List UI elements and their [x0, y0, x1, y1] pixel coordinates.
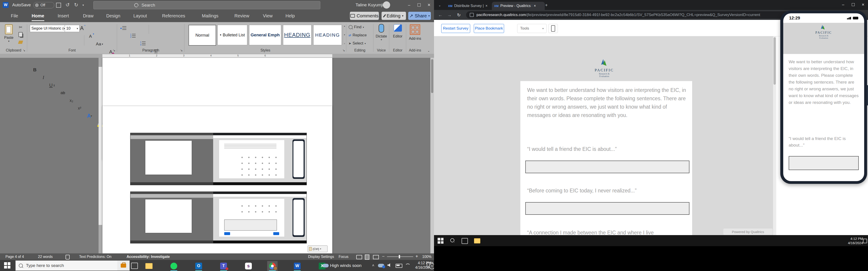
redo-icon[interactable]: ↻ [73, 2, 80, 8]
address-bar[interactable]: pacificresearch.qualtrics.com/jfe/previe… [466, 11, 823, 19]
place-bookmark-button[interactable]: Place Bookmark [474, 24, 504, 33]
tab-references[interactable]: References [162, 13, 185, 19]
accessibility-status[interactable]: Accessibility: Investigate [127, 255, 170, 259]
display-settings[interactable]: Display Settings [308, 255, 334, 259]
numbering-icon[interactable]: 12 [129, 32, 137, 40]
avatar[interactable] [383, 1, 390, 8]
quick-access-chevron-icon[interactable]: ▾ [81, 2, 86, 8]
undo-icon[interactable]: ↺ [64, 2, 71, 8]
restart-survey-button[interactable]: Restart Survey [441, 24, 470, 33]
tab-design[interactable]: Design [106, 13, 120, 19]
tab-1-close-icon[interactable]: × [486, 4, 488, 8]
tray-chevron-up-icon[interactable]: ˄ [370, 263, 376, 269]
change-case-icon[interactable]: Aa▾ [95, 40, 103, 48]
wifi-icon[interactable] [405, 264, 410, 267]
minimize-button[interactable]: – [404, 0, 414, 10]
clipboard-dialog-launcher[interactable]: ↘ [23, 48, 25, 52]
tab-home[interactable]: Home [32, 13, 44, 21]
embedded-screenshot-1[interactable] [130, 133, 307, 185]
restore-button[interactable] [414, 0, 424, 10]
zoom-out-button[interactable]: − [382, 254, 385, 259]
find-button[interactable]: Find▾ [348, 25, 364, 29]
font-dialog-launcher[interactable]: ↘ [113, 48, 115, 52]
style-heading-2[interactable]: HEADING [313, 25, 342, 45]
collapse-ribbon-chevron-icon[interactable]: ⌄ [428, 49, 430, 53]
preview-scrollbar[interactable] [773, 36, 776, 235]
taskbar-right-file-explorer[interactable] [472, 236, 483, 246]
web-layout-icon[interactable] [373, 255, 379, 259]
proofing-icon[interactable] [66, 255, 70, 260]
replace-button[interactable]: ⇄Replace [348, 33, 367, 37]
dictate-button[interactable]: Dictate ▾ [373, 24, 389, 41]
paragraph-dialog-launcher[interactable]: ↘ [180, 48, 183, 52]
style-bulleted-list[interactable]: •Bulleted List [217, 25, 247, 45]
autosave-toggle[interactable]: Off [33, 2, 54, 8]
styles-gallery-scroll[interactable]: ▴▾▿ [343, 25, 346, 45]
cut-icon[interactable]: ✂ [17, 24, 24, 30]
zoom-level[interactable]: 100% [422, 255, 432, 259]
task-view-icon-right[interactable] [462, 238, 468, 244]
tools-dropdown[interactable]: Tools▾ [517, 24, 547, 33]
new-tab-button[interactable]: + [544, 2, 549, 8]
search-icon-right[interactable] [450, 238, 454, 242]
taskbar-chrome-active[interactable] [267, 261, 278, 271]
tab-draw[interactable]: Draw [83, 13, 94, 19]
chrome-maximize-button[interactable] [848, 0, 858, 9]
document-canvas[interactable]: (Ctrl) ▾ [0, 58, 434, 253]
tab-insert[interactable]: Insert [58, 13, 69, 19]
survey-input-2[interactable] [525, 202, 689, 215]
clock-right[interactable]: 4:12 PM4/16/2024 [843, 236, 863, 245]
style-normal[interactable]: Normal [188, 25, 216, 46]
start-button-right[interactable] [438, 238, 443, 244]
powered-by-qualtrics-badge[interactable]: Powered by Qualtrics [723, 229, 773, 235]
document-page-4[interactable]: (Ctrl) ▾ [102, 106, 332, 253]
mobile-view-toggle[interactable] [548, 24, 558, 33]
style-general-emph[interactable]: General Emph [249, 25, 281, 45]
chrome-close-button[interactable]: × [858, 0, 868, 9]
addins-button[interactable]: Add-ins [406, 24, 424, 41]
tab-review[interactable]: Review [235, 13, 249, 19]
reload-icon[interactable]: ↻ [456, 12, 462, 18]
close-button[interactable]: × [424, 0, 434, 10]
styles-dialog-launcher[interactable]: ↘ [342, 48, 345, 52]
bullets-icon[interactable] [119, 24, 127, 32]
tab-mailings[interactable]: Mailings [202, 13, 218, 19]
paste-options-button[interactable]: (Ctrl) ▾ [308, 245, 328, 252]
word-scrollbar[interactable] [430, 58, 434, 253]
back-icon[interactable]: ← [437, 12, 443, 18]
onedrive-icon[interactable] [378, 264, 384, 267]
tab-layout[interactable]: Layout [133, 13, 147, 19]
save-icon[interactable] [56, 3, 61, 8]
editor-button[interactable]: Editor [389, 24, 406, 38]
font-name-combo[interactable]: Segoe UI Historic (B▾ [30, 25, 66, 32]
embedded-screenshot-2[interactable] [130, 192, 307, 243]
phone-input-1[interactable] [789, 156, 859, 170]
copy-icon[interactable] [19, 32, 23, 37]
page-indicator[interactable]: Page 4 of 4 [5, 255, 24, 259]
word-search-box[interactable]: Search [93, 1, 320, 9]
read-mode-icon[interactable] [356, 255, 362, 259]
horizontal-ruler[interactable]: 123456 [0, 54, 434, 58]
tab-file[interactable]: File [11, 13, 18, 19]
taskbar-teams[interactable]: T [218, 261, 229, 271]
font-size-combo[interactable]: 10▾ [65, 25, 80, 32]
paste-button[interactable]: Paste ▾ [4, 24, 14, 43]
tab-view[interactable]: View [263, 13, 273, 19]
tab-search-chevron-icon[interactable]: ⌄ [437, 3, 442, 8]
taskbar-outlook[interactable]: O [193, 261, 204, 271]
format-painter-icon[interactable] [18, 41, 23, 44]
weather-widget[interactable]: High winds soon [323, 260, 362, 271]
notification-icon-right[interactable] [863, 239, 867, 243]
style-heading-1[interactable]: HEADING [283, 25, 311, 45]
site-info-icon[interactable] [470, 13, 474, 17]
shrink-font-icon[interactable]: A▾ [86, 33, 94, 40]
editing-mode-button[interactable]: Editing▾ [381, 12, 406, 20]
taskbar-word[interactable]: W [292, 261, 303, 271]
taskbar-search-box[interactable]: Type here to search [16, 260, 130, 271]
task-view-icon[interactable] [131, 263, 138, 269]
word-count[interactable]: 22 words [38, 255, 53, 259]
comments-button[interactable]: Comments [350, 12, 379, 20]
volume-icon[interactable] [388, 263, 390, 267]
multilevel-list-icon[interactable]: 1a [139, 40, 147, 47]
battery-icon[interactable] [396, 264, 402, 268]
